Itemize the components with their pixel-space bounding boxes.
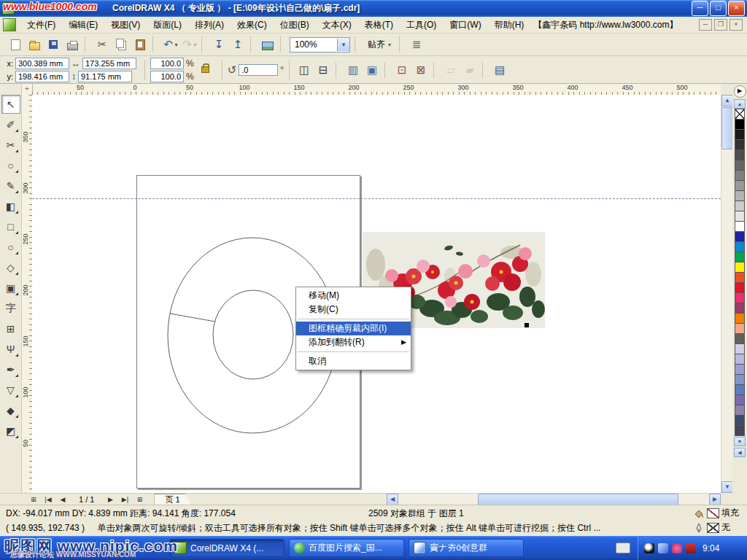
doc-close-button[interactable]: × [729,19,743,31]
fill-color-swatch[interactable] [707,508,719,518]
snap-to-button[interactable]: 贴齐 ▾ [363,36,396,54]
wrap-paragraph-text-button[interactable]: ▤ [490,61,509,79]
crop-tool[interactable]: ✂ [1,136,20,155]
order-back-button[interactable]: ▰ [460,61,479,79]
print-button[interactable] [63,35,82,54]
palette-expand-button[interactable]: ◀ [734,448,746,457]
menu-item[interactable]: 编辑(E) [62,17,104,34]
palette-swatch[interactable] [735,364,745,375]
palette-swatch[interactable] [735,394,745,405]
outline-color-swatch[interactable] [707,523,719,533]
freehand-tool[interactable]: ✎ [1,176,20,195]
eyedropper-tool[interactable]: ✒ [1,360,20,379]
scroll-left-button[interactable]: ◀ [387,494,398,505]
previous-page-button[interactable]: ◀ [55,494,70,505]
shape-tool[interactable]: ✐ [1,115,20,134]
palette-swatch[interactable] [735,313,745,324]
zoom-tool[interactable]: ○ [1,156,20,175]
dropdown-icon[interactable]: ▾ [193,42,196,48]
page-tab[interactable]: 页 1 [154,494,190,505]
context-menu-item[interactable]: 图框精确剪裁内部(I) [296,322,411,335]
menu-item[interactable]: 版面(L) [147,17,188,34]
palette-swatch[interactable] [735,231,745,242]
options-button[interactable]: ≣ [407,35,426,54]
vertical-scrollbar[interactable]: ▲ ▼ [721,95,733,493]
close-button[interactable]: × [728,1,745,16]
app-tray-icon[interactable] [672,543,682,553]
object-x-field[interactable]: 300.389 mm [15,58,69,69]
restore-button[interactable]: □ [710,1,727,16]
context-menu-item[interactable]: 取消 [296,354,411,368]
scale-v-field[interactable]: 100.0 [150,71,184,82]
zoom-level-combo[interactable]: 100% ▼ [290,37,350,52]
palette-swatch[interactable] [735,252,745,262]
horizontal-scroll-thumb[interactable] [478,494,678,505]
taskbar-button[interactable]: CorelDRAW X4 (... [169,539,285,557]
copy-button[interactable] [112,35,131,54]
redo-button[interactable]: ↷▾ [179,35,198,54]
paste-button[interactable] [131,35,150,54]
object-height-field[interactable]: 91.175 mm [78,71,132,82]
object-y-field[interactable]: 198.416 mm [15,71,69,82]
doc-minimize-button[interactable]: ─ [699,19,712,31]
palette-swatch[interactable] [735,272,745,283]
context-menu-item[interactable]: 添加到翻转(R) ▶ [296,335,411,349]
add-page-button[interactable]: ⊞ [26,494,41,505]
taskbar-button[interactable]: 竇ナ夯ò创意群 [409,539,524,557]
add-page-button-2[interactable]: ⊞ [132,494,147,505]
palette-swatch[interactable] [735,129,745,140]
palette-swatch[interactable] [735,384,745,395]
menu-item[interactable]: 帮助(H) [488,17,531,34]
horizontal-ruler[interactable]: + 50050100150200250300350400450500 [22,84,721,96]
smart-fill-tool[interactable]: ◧ [1,197,20,216]
new-button[interactable] [6,35,25,54]
table-tool[interactable]: ⊞ [1,319,20,338]
palette-scroll-up-button[interactable]: ▲ [734,99,746,109]
blend-tool[interactable]: Ψ [1,340,20,359]
object-width-field[interactable]: 173.255 mm [82,58,136,69]
minimize-button[interactable]: ─ [692,1,708,16]
context-menu-item[interactable]: 复制(C) [296,303,411,316]
outline-tool[interactable]: ▽ [1,381,20,400]
palette-swatch[interactable] [735,201,745,211]
palette-swatch[interactable] [735,374,745,385]
scroll-right-button[interactable]: ▶ [709,494,721,505]
import-button[interactable]: ↧ [209,35,228,54]
palette-swatch-none[interactable] [735,109,745,120]
weld-button[interactable]: ⊡ [392,61,411,79]
save-button[interactable] [44,35,63,54]
qq-tray-icon[interactable] [644,543,654,553]
rectangle-tool[interactable]: □ [1,217,20,236]
taskbar-button[interactable]: 百度图片搜索_国... [289,539,404,557]
messenger-tray-icon[interactable] [658,543,668,553]
basic-shapes-tool[interactable]: ▣ [1,279,20,298]
menu-item[interactable]: 视图(V) [104,17,147,34]
mirror-horizontal-button[interactable]: ◫ [295,61,314,79]
palette-swatch[interactable] [735,343,745,354]
palette-swatch[interactable] [735,405,745,416]
zoom-dropdown-icon[interactable]: ▼ [337,39,349,51]
scale-h-field[interactable]: 100.0 [150,58,184,69]
menu-item[interactable]: 工具(O) [400,17,443,34]
menu-item[interactable]: 效果(C) [231,17,274,34]
next-page-button[interactable]: ▶ [103,494,117,505]
rotation-angle-field[interactable]: .0 [239,64,278,76]
palette-swatch[interactable] [735,211,745,222]
interactive-fill-tool[interactable]: ◩ [1,421,20,440]
cut-button[interactable]: ✂ [93,35,112,54]
pick-tool[interactable]: ↖ [1,95,20,114]
undo-button[interactable]: ↶▾ [160,35,179,54]
horizontal-scrollbar[interactable]: ◀ ▶ [387,493,721,505]
context-menu-item[interactable]: 移动(M) [296,289,411,303]
palette-swatch[interactable] [735,160,745,171]
palette-swatch[interactable] [735,119,745,130]
palette-swatch[interactable] [735,139,745,150]
palette-swatch[interactable] [735,425,745,436]
menu-item[interactable]: 文本(X) [316,17,358,34]
menu-item[interactable]: 位图(B) [274,17,316,34]
palette-swatch[interactable] [735,241,745,252]
last-page-button[interactable]: ▶| [117,494,132,505]
open-button[interactable] [25,35,44,54]
palette-swatch[interactable] [735,354,745,365]
menu-item[interactable]: 表格(T) [358,17,400,34]
